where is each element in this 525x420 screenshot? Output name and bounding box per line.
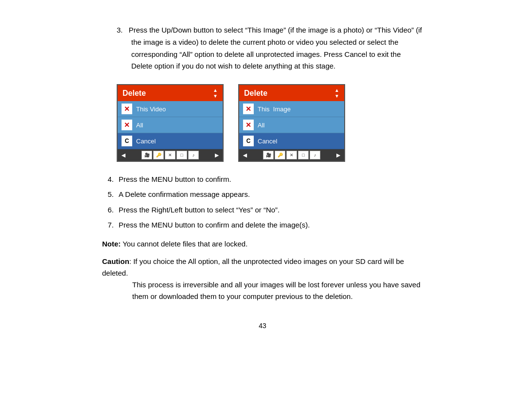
footer-icon-film-2: 🎥 bbox=[263, 151, 274, 159]
footer-icon-note-2: ♪ bbox=[310, 151, 320, 159]
c-icon-2: C bbox=[246, 138, 251, 144]
intro-paragraph: 3. Press the Up/Down button to select “T… bbox=[102, 24, 423, 72]
footer-icon-key: 🔑 bbox=[153, 151, 164, 159]
video-panel-header: Delete bbox=[118, 85, 223, 101]
x-icon-box-4: ✕ bbox=[243, 120, 254, 130]
video-row-this-video: ✕ This Video bbox=[118, 101, 223, 117]
video-panel-arrows bbox=[213, 88, 218, 99]
x-icon-box-3: ✕ bbox=[243, 104, 254, 114]
step-7-num: 7. bbox=[102, 219, 114, 230]
x-icon-box-2: ✕ bbox=[122, 120, 132, 130]
this-video-label: This Video bbox=[136, 105, 166, 113]
step-5-num: 5. bbox=[102, 189, 114, 200]
all-label-2: All bbox=[258, 122, 264, 129]
step-6-text: Press the Right/Left button to select “Y… bbox=[119, 204, 280, 215]
all-label-1: All bbox=[136, 122, 143, 129]
step-7: 7. Press the MENU button to confirm and … bbox=[102, 219, 423, 230]
page-number: 43 bbox=[102, 322, 423, 330]
x-icon-box-1: ✕ bbox=[122, 104, 132, 114]
video-delete-panel: Delete ✕ This Video ✕ All bbox=[117, 84, 224, 162]
footer-icons-1: 🎥 🔑 ✕ □ ♪ bbox=[141, 151, 199, 159]
note-text: You cannot delete files that are locked. bbox=[121, 240, 247, 248]
caution-block: Caution: If you choice the All option, a… bbox=[102, 256, 423, 279]
video-row-cancel: C Cancel bbox=[118, 133, 223, 149]
footer-icon-film: 🎥 bbox=[141, 151, 152, 159]
image-panel-footer: ◄ 🎥 🔑 ✕ □ ♪ ► bbox=[239, 149, 344, 161]
footer-icon-note: ♪ bbox=[188, 151, 199, 159]
note-block: Note: You cannot delete files that are l… bbox=[102, 238, 423, 250]
arrow-up-icon bbox=[213, 88, 218, 93]
caution-continuation-text: This process is irreversible and all you… bbox=[132, 280, 420, 300]
step-4-text: Press the MENU button to confirm. bbox=[119, 174, 231, 185]
c-icon-box-1: C bbox=[122, 136, 132, 146]
caution-continuation: This process is irreversible and all you… bbox=[132, 279, 423, 302]
image-row-all: ✕ All bbox=[239, 117, 344, 133]
step-7-text: Press the MENU button to confirm and del… bbox=[119, 219, 310, 230]
step-6: 6. Press the Right/Left button to select… bbox=[102, 204, 423, 215]
note-label: Note: bbox=[102, 240, 121, 248]
image-panel-body: ✕ This Image ✕ All C Cancel bbox=[239, 101, 344, 149]
arrow-up-icon-2 bbox=[334, 88, 339, 93]
footer-icon-x: ✕ bbox=[165, 151, 175, 159]
x-icon-2: ✕ bbox=[124, 122, 130, 128]
video-panel-title: Delete bbox=[122, 89, 146, 98]
right-arrow-icon-1: ► bbox=[213, 151, 220, 159]
footer-icon-square: □ bbox=[176, 151, 187, 159]
intro-number: 3. bbox=[117, 26, 123, 34]
steps-list: 4. Press the MENU button to confirm. 5. … bbox=[102, 174, 423, 230]
video-row-all: ✕ All bbox=[118, 117, 223, 133]
step-4: 4. Press the MENU button to confirm. bbox=[102, 174, 423, 185]
image-panel-title: Delete bbox=[244, 89, 267, 98]
image-delete-panel: Delete ✕ This Image ✕ All bbox=[238, 84, 345, 162]
c-icon-1: C bbox=[125, 138, 129, 144]
footer-icons-2: 🎥 🔑 ✕ □ ♪ bbox=[263, 151, 320, 159]
step-5: 5. A Delete confirmation message appears… bbox=[102, 189, 423, 200]
this-image-label: This Image bbox=[258, 105, 291, 113]
video-panel-body: ✕ This Video ✕ All C Cancel bbox=[118, 101, 223, 149]
page-container: 3. Press the Up/Down button to select “T… bbox=[73, 15, 452, 339]
arrow-down-icon bbox=[213, 93, 218, 99]
cancel-label-1: Cancel bbox=[136, 138, 156, 145]
page-number-text: 43 bbox=[259, 322, 266, 330]
step-5-text: A Delete confirmation message appears. bbox=[119, 189, 250, 200]
caution-text: : If you choice the All option, all the … bbox=[102, 257, 404, 277]
intro-text: Press the Up/Down button to select “This… bbox=[129, 26, 422, 70]
image-panel-arrows bbox=[334, 88, 339, 99]
image-row-cancel: C Cancel bbox=[239, 133, 344, 149]
arrow-down-icon-2 bbox=[334, 93, 339, 99]
step-4-num: 4. bbox=[102, 174, 114, 185]
footer-icon-x-2: ✕ bbox=[286, 151, 297, 159]
right-arrow-icon-2: ► bbox=[335, 151, 342, 159]
x-icon-3: ✕ bbox=[245, 105, 251, 112]
cancel-label-2: Cancel bbox=[258, 138, 277, 145]
footer-icon-square-2: □ bbox=[298, 151, 309, 159]
image-row-this-image: ✕ This Image bbox=[239, 101, 344, 117]
left-arrow-icon-2: ◄ bbox=[242, 151, 248, 159]
caution-label: Caution bbox=[102, 257, 129, 265]
x-icon-1: ✕ bbox=[124, 105, 130, 112]
panels-row: Delete ✕ This Video ✕ All bbox=[117, 84, 423, 162]
video-panel-footer: ◄ 🎥 🔑 ✕ □ ♪ ► bbox=[118, 149, 223, 161]
footer-icon-key-2: 🔑 bbox=[275, 151, 285, 159]
image-panel-header: Delete bbox=[239, 85, 344, 101]
x-icon-4: ✕ bbox=[245, 122, 251, 128]
left-arrow-icon-1: ◄ bbox=[120, 151, 127, 159]
c-icon-box-2: C bbox=[243, 136, 254, 146]
step-6-num: 6. bbox=[102, 204, 114, 215]
